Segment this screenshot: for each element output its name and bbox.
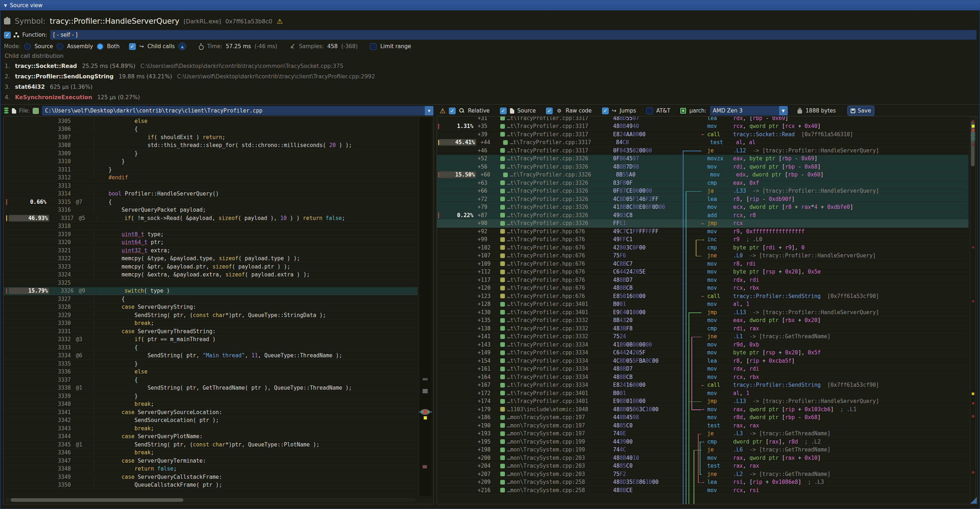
- source-line[interactable]: 3345@1 SendString( ptr, (const char*)ptr…: [3, 441, 418, 449]
- resize-grip[interactable]: [970, 497, 977, 504]
- radio-assembly[interactable]: [56, 43, 63, 50]
- asm-row[interactable]: +130…t\TracyProfiler.cpp:3401E9E4010000j…: [437, 309, 969, 317]
- asm-row[interactable]: 1.31%+35…t\TracyProfiler.cpp:3317488B494…: [437, 122, 969, 131]
- asm-row[interactable]: +102…t\TracyProfiler.hpp:67642803C0F00cm…: [437, 244, 969, 252]
- child-call-row[interactable]: 3.stat64i32625 µs (1.36%): [5, 84, 977, 90]
- source-line[interactable]: 3325: [3, 279, 418, 287]
- source-line[interactable]: 3348 return false;: [3, 465, 418, 473]
- source-line[interactable]: 46.93%3317@5 if( !m_sock->Read( &payload…: [3, 214, 418, 223]
- source-line[interactable]: 3321 uint32_t extra;: [3, 247, 418, 255]
- source-line[interactable]: 3313: [3, 182, 418, 190]
- source-line[interactable]: 3343 break;: [3, 425, 418, 433]
- source-line[interactable]: 3346 break;: [3, 449, 418, 457]
- asm-row[interactable]: 45.41%+44…t\TracyProfiler.cpp:331784C0te…: [437, 139, 969, 147]
- asm-row[interactable]: +190…mon\TracySystem.cpp:1974885C0testra…: [437, 422, 969, 430]
- asm-row[interactable]: +138…t\TracyProfiler.cpp:3332483BF8cmprd…: [437, 324, 969, 333]
- asm-row[interactable]: +31…t\TracyProfiler.cpp:3317488D5597lear…: [437, 116, 969, 122]
- radio-source[interactable]: [24, 43, 31, 50]
- source-line[interactable]: 3306 {: [3, 126, 418, 134]
- source-line[interactable]: 3323 memcpy( &ptr, &payload.ptr, sizeof(…: [3, 263, 418, 271]
- source-line[interactable]: 3341 case ServerQuerySourceLocation:: [3, 408, 418, 417]
- asm-row[interactable]: +39…t\TracyProfiler.cpp:3317E824AA0000←c…: [437, 130, 969, 139]
- source-line[interactable]: 3329 SendString( ptr, (const char*)ptr, …: [3, 311, 418, 320]
- asm-row[interactable]: 15.50%+60…t\TracyProfiler.cpp:33268B55A0…: [437, 171, 969, 180]
- warning-icon[interactable]: ⚠: [277, 17, 283, 25]
- source-line[interactable]: 3327 {: [3, 295, 418, 304]
- relative-checkbox[interactable]: ✓: [449, 108, 456, 114]
- source-line[interactable]: 3333 {: [3, 344, 418, 352]
- asm-row[interactable]: +92…t\TracyProfiler.hpp:67649C7C1FFFFFFF…: [437, 227, 969, 236]
- child-calls-checkbox[interactable]: ✓: [129, 43, 136, 50]
- asm-row[interactable]: +72…t\TracyProfiler.cpp:33264C8D05F146F2…: [437, 195, 969, 204]
- asm-row[interactable]: +195…mon\TracySystem.cpp:199443900→cmpdw…: [437, 438, 969, 446]
- asm-row[interactable]: +198…mon\TracySystem.cpp:199744Cje.L6 ->…: [437, 446, 969, 454]
- asm-row[interactable]: +52…t\TracyProfiler.cpp:33260FB64597movz…: [437, 155, 969, 163]
- asm-row[interactable]: +135…t\TracyProfiler.cpp:33328B4320movea…: [437, 317, 969, 325]
- asm-row[interactable]: +56…t\TracyProfiler.cpp:3326488B7D98movr…: [437, 163, 969, 171]
- source-line[interactable]: 3347 case ServerQueryTerminate:: [3, 457, 418, 465]
- source-line[interactable]: 3307 if( shouldExit ) return;: [3, 134, 418, 142]
- asm-row[interactable]: +66…t\TracyProfiler.cpp:33260F87CE060000…: [437, 187, 969, 196]
- source-line[interactable]: 3335 }: [3, 360, 418, 368]
- child-call-row[interactable]: 2.tracy::Profiler::SendLongString19.88 m…: [5, 73, 977, 80]
- asm-row[interactable]: +63…t\TracyProfiler.cpp:332683F80Fcmpeax…: [437, 179, 969, 187]
- source-line[interactable]: 3340 break;: [3, 401, 418, 409]
- child-call-row[interactable]: 4.KeSynchronizeExecution125 µs (0.27%): [5, 94, 977, 101]
- asm-row[interactable]: +123…t\TracyProfiler.hpp:676E850160000←c…: [437, 292, 969, 301]
- source-line[interactable]: 3331 case ServerQueryThreadString:: [3, 328, 418, 336]
- asm-row[interactable]: +99…t\TracyProfiler.hpp:67649FFC1→incr9 …: [437, 236, 969, 244]
- asm-row[interactable]: +172…t\TracyProfiler.cpp:3401B001moval, …: [437, 389, 969, 398]
- source-line[interactable]: 3342 SendSourceLocation( ptr );: [3, 417, 418, 425]
- child-call-row[interactable]: 1.tracy::Socket::Read25.25 ms (54.89%)C:…: [5, 63, 977, 69]
- asm-row[interactable]: +164…t\TracyProfiler.cpp:3334488BCBmovrc…: [437, 373, 969, 382]
- source-line[interactable]: 3339 }: [3, 392, 418, 401]
- file-select[interactable]: C:\Users\wolf\Desktop\darkrl\contrib\tra…: [42, 106, 434, 116]
- asm-row[interactable]: +161…t\TracyProfiler.cpp:3334488BD7movrd…: [437, 365, 969, 374]
- asm-row[interactable]: +186…mon\TracySystem.cpp:197448B4598movr…: [437, 414, 969, 422]
- window-title-bar[interactable]: ▼ Source view: [0, 0, 980, 10]
- asm-row[interactable]: +200…mon\TracySystem.cpp:203488B4010movr…: [437, 454, 969, 462]
- asm-row[interactable]: +128…t\TracyProfiler.cpp:3401B001moval, …: [437, 301, 969, 309]
- source-line[interactable]: 3334@6 SendString( ptr, "Main thread", 1…: [3, 352, 418, 360]
- file-select-arrow[interactable]: ▼: [425, 106, 433, 115]
- source-line[interactable]: 3305 else: [3, 117, 418, 126]
- source-horizontal-scrollbar[interactable]: [5, 498, 416, 502]
- source-minimap[interactable]: [418, 117, 432, 496]
- asm-row[interactable]: +120…t\TracyProfiler.hpp:676488BCBmovrcx…: [437, 284, 969, 293]
- source-line[interactable]: 3319 uint8_t type;: [3, 231, 418, 239]
- asm-row[interactable]: +204…mon\TracySystem.cpp:2034885C0testra…: [437, 462, 969, 471]
- asm-row[interactable]: +167…t\TracyProfiler.cpp:3334E824160000←…: [437, 382, 969, 390]
- asm-row[interactable]: +90…t\TracyProfiler.cpp:3326FFE1←jmprcx: [437, 220, 969, 228]
- asm-row[interactable]: +207…mon\TracySystem.cpp:20375F2jne.L2 -…: [437, 470, 969, 479]
- source-line[interactable]: 3308 std::this_thread::sleep_for( std::c…: [3, 142, 418, 150]
- asm-row[interactable]: +149…t\TracyProfiler.cpp:3334C64424205Fm…: [437, 349, 969, 357]
- asm-row[interactable]: +193…mon\TracySystem.cpp:197740Eje.L3 ->…: [437, 430, 969, 438]
- asm-row[interactable]: +112…t\TracyProfiler.hpp:676C64424205Emo…: [437, 268, 969, 277]
- source-line[interactable]: 3349 case ServerQueryCallstackFrame:: [3, 473, 418, 481]
- uarch-select-arrow[interactable]: ▼: [779, 106, 788, 115]
- jumps-checkbox[interactable]: ✓: [602, 108, 609, 114]
- function-select[interactable]: [ - self - ]: [50, 30, 977, 40]
- asm-row[interactable]: 0.22%+87…t\TracyProfiler.cpp:33264903C8a…: [437, 212, 969, 220]
- radio-both[interactable]: [97, 43, 103, 50]
- scrollbar-thumb[interactable]: [11, 498, 183, 502]
- source-line[interactable]: 3350 QueueCallstackFrame( ptr );: [3, 481, 418, 490]
- asm-row[interactable]: +46…t\TracyProfiler.cpp:33170F8435020000…: [437, 147, 969, 155]
- asm-row[interactable]: +107…t\TracyProfiler.hpp:67675F6jne.L0 -…: [437, 252, 969, 260]
- source-line[interactable]: 3309 }: [3, 150, 418, 158]
- source-line[interactable]: 3322 memcpy( &type, &payload.type, sizeo…: [3, 255, 418, 263]
- source-line[interactable]: 3324 memcpy( &extra, &payload.extra, siz…: [3, 271, 418, 279]
- asm-row[interactable]: +143…t\TracyProfiler.cpp:333441B90B00000…: [437, 341, 969, 349]
- raw-code-checkbox[interactable]: ✓: [546, 108, 553, 114]
- assembly-scrollbar[interactable]: [970, 117, 976, 503]
- source-line[interactable]: 3314bool Profiler::HandleServerQuery(): [3, 190, 418, 199]
- source-line[interactable]: 3310 }: [3, 158, 418, 166]
- asm-row[interactable]: +209…mon\TracySystem.cpp:258488D35E88610…: [437, 479, 969, 487]
- asm-row[interactable]: +109…t\TracyProfiler.hpp:6764C8BC7movr8,…: [437, 260, 969, 268]
- source-line[interactable]: 3328 case ServerQueryString:: [3, 304, 418, 312]
- asm-row[interactable]: +79…t\TracyProfiler.cpp:3326418B8C80E0BF…: [437, 204, 969, 212]
- asm-row[interactable]: +216…mon\TracySystem.cpp:258488BCEmovrcx…: [437, 486, 969, 495]
- source-line[interactable]: 3336 else: [3, 368, 418, 376]
- source-files-icon[interactable]: [4, 108, 9, 114]
- source-line[interactable]: 3318: [3, 223, 418, 231]
